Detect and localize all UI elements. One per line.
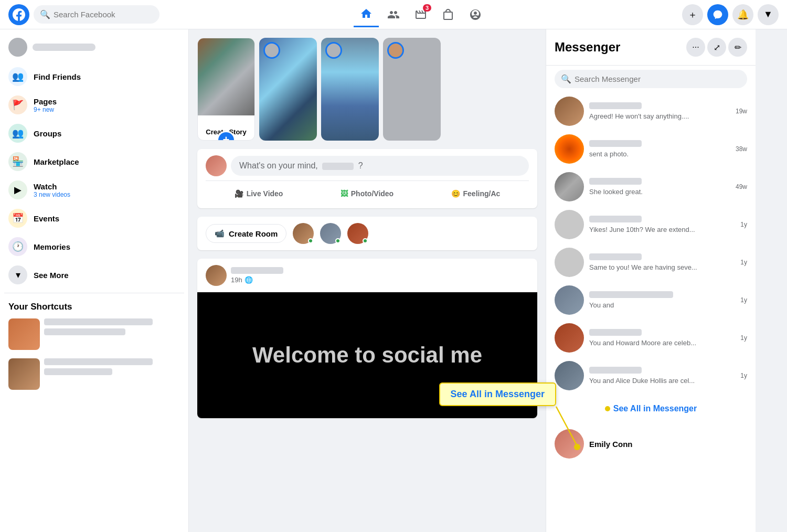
left-sidebar: 👥 Find Friends 🚩 Pages 9+ new 👥 Groups 🏪… (0, 29, 189, 532)
search-messenger-icon: 🔍 (561, 74, 571, 84)
messenger-conversation-4[interactable]: Yikes! June 10th? We are extend... 1y (546, 206, 756, 243)
msg-avatar-3 (555, 172, 584, 201)
nav-groups[interactable] (463, 2, 488, 27)
search-box[interactable]: 🔍 (34, 5, 159, 24)
room-avatar-2[interactable] (320, 223, 341, 244)
emily-avatar (555, 429, 584, 459)
create-room-icon: 📹 (215, 229, 225, 238)
messenger-list: Agreed! He won't say anything.... 19w se… (546, 92, 756, 532)
annotation-box: See All in Messenger (439, 382, 556, 406)
shortcuts-title: Your Shortcuts (4, 297, 184, 316)
memories-icon: 🕐 (8, 237, 27, 256)
feeling-icon: 😊 (451, 189, 460, 198)
msg-preview-2: sent a photo. (589, 150, 629, 158)
messenger-expand-button[interactable]: ⤢ (707, 38, 726, 57)
messenger-compose-button[interactable]: ✏ (728, 38, 747, 57)
feed-post-time: 19h 🌐 (231, 276, 529, 284)
emily-name: Emily Conn (589, 440, 747, 449)
msg-avatar-8 (555, 361, 584, 390)
messenger-conversation-8[interactable]: You and Alice Duke Hollis are cel... 1y (546, 357, 756, 395)
msg-preview-1: Agreed! He won't say anything.... (589, 112, 689, 120)
facebook-logo[interactable] (8, 4, 29, 25)
room-bar: 📹 Create Room (197, 217, 537, 250)
messenger-conversation-3[interactable]: She looked great. 49w (546, 168, 756, 206)
photo-video-icon: 🖼 (341, 189, 348, 198)
messenger-search: 🔍 (546, 66, 756, 92)
nav-watch[interactable]: 3 (408, 2, 433, 27)
room-avatar-3[interactable] (347, 223, 368, 244)
watch-badge-sidebar: 3 new videos (34, 191, 70, 198)
sidebar-item-marketplace[interactable]: 🏪 Marketplace (4, 148, 184, 175)
memories-label: Memories (34, 242, 70, 251)
messenger-header-icons: ··· ⤢ ✏ (686, 38, 747, 57)
sidebar-item-see-more[interactable]: ▾ See More (4, 261, 184, 289)
sidebar-item-watch[interactable]: ▶ Watch 3 new videos (4, 176, 184, 204)
messenger-conversation-5[interactable]: Same to you! We are having seve... 1y (546, 243, 756, 281)
account-dropdown-button[interactable]: ▼ (758, 4, 779, 25)
sidebar-item-groups[interactable]: 👥 Groups (4, 120, 184, 147)
pages-badge: 9+ new (34, 106, 57, 113)
create-story-card[interactable]: + Create Story (197, 38, 255, 141)
messenger-conversation-7[interactable]: You and Howard Moore are celeb... 1y (546, 319, 756, 357)
online-indicator-3 (363, 238, 368, 243)
post-input[interactable]: What's on your mind, ? (231, 156, 529, 176)
search-input[interactable] (54, 10, 153, 19)
msg-preview-7: You and Howard Moore are celeb... (589, 339, 696, 347)
shortcut-2[interactable] (8, 358, 40, 390)
emily-row[interactable]: Emily Conn (546, 425, 756, 463)
online-indicator-2 (335, 238, 341, 243)
photo-video-action[interactable]: 🖼 Photo/Video (334, 185, 400, 202)
messenger-button[interactable] (707, 4, 728, 25)
sidebar-item-events[interactable]: 📅 Events (4, 205, 184, 232)
messenger-title: Messenger (555, 40, 620, 55)
nav-marketplace[interactable] (435, 2, 461, 27)
post-placeholder: What's on your mind, (239, 161, 318, 170)
notifications-button[interactable]: 🔔 (732, 4, 753, 25)
messenger-search-input[interactable] (575, 75, 741, 83)
sidebar-item-pages[interactable]: 🚩 Pages 9+ new (4, 91, 184, 119)
pages-label: Pages (34, 97, 57, 106)
add-button[interactable]: ＋ (682, 4, 703, 25)
post-divider (206, 180, 529, 181)
msg-time-4: 1y (740, 221, 747, 228)
feeling-action[interactable]: 😊 Feeling/Ac (445, 185, 507, 202)
msg-name-6 (589, 291, 673, 298)
msg-time-7: 1y (740, 334, 747, 342)
msg-time-1: 19w (736, 108, 747, 115)
username-placeholder (33, 44, 95, 51)
msg-content-7: You and Howard Moore are celeb... (589, 329, 735, 347)
room-avatar-1[interactable] (293, 223, 314, 244)
watch-label: Watch (34, 182, 70, 191)
sidebar-item-memories[interactable]: 🕐 Memories (4, 233, 184, 260)
messenger-conversation-2[interactable]: sent a photo. 38w (546, 130, 756, 168)
create-room-button[interactable]: 📹 Create Room (206, 224, 286, 243)
shortcut-1[interactable] (8, 318, 40, 350)
story-card-4[interactable] (383, 38, 441, 141)
find-friends-icon: 👥 (8, 67, 27, 86)
user-avatar (8, 38, 27, 57)
story-card-3[interactable] (321, 38, 379, 141)
nav-home[interactable] (354, 2, 379, 27)
live-video-action[interactable]: 🎥 Live Video (228, 185, 290, 202)
sidebar-item-find-friends[interactable]: 👥 Find Friends (4, 63, 184, 90)
messenger-more-button[interactable]: ··· (686, 38, 705, 57)
events-icon: 📅 (8, 209, 27, 228)
messenger-search-box[interactable]: 🔍 (555, 70, 747, 88)
messenger-conversation-1[interactable]: Agreed! He won't say anything.... 19w (546, 92, 756, 130)
msg-time-8: 1y (740, 372, 747, 379)
sidebar-user[interactable] (4, 34, 184, 61)
top-navigation: 🔍 3 ＋ 🔔 ▼ (0, 0, 787, 29)
msg-time-2: 38w (736, 145, 747, 153)
messenger-conversation-6[interactable]: You and 1y (546, 281, 756, 319)
create-story-bg (198, 38, 254, 115)
see-all-messenger-button[interactable]: See All in Messenger (555, 399, 747, 419)
post-question-mark: ? (358, 161, 363, 170)
live-video-label: Live Video (247, 189, 283, 198)
msg-name-3 (589, 178, 642, 185)
nav-friends[interactable] (381, 2, 406, 27)
marketplace-label: Marketplace (34, 157, 79, 166)
video-text: Welcome to social me (252, 343, 482, 368)
msg-content-4: Yikes! June 10th? We are extend... (589, 216, 735, 234)
story-card-2[interactable] (259, 38, 317, 141)
stories-row: + Create Story (197, 38, 537, 141)
